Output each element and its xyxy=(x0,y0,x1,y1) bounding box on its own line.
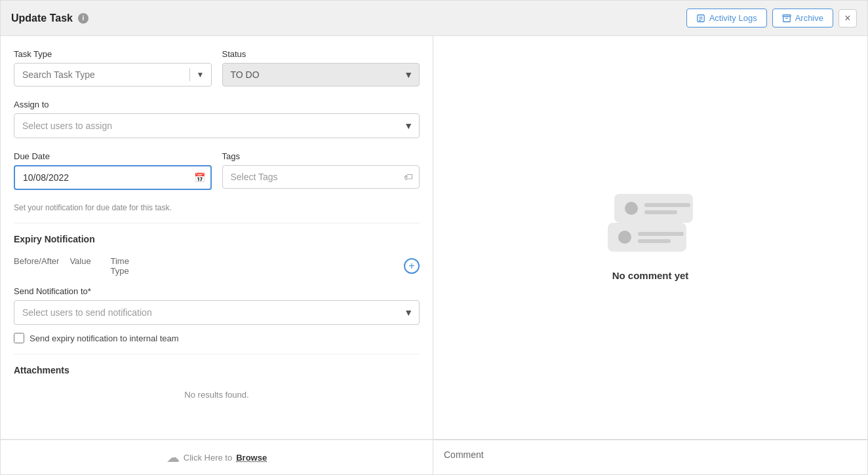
due-date-label: Due Date xyxy=(14,151,212,161)
checkbox-label: Send expiry notification to internal tea… xyxy=(30,333,179,343)
calendar-icon[interactable]: 📅 xyxy=(194,172,205,183)
status-wrapper: TO DO ▼ xyxy=(222,63,420,86)
no-comment-text: No comment yet xyxy=(612,270,689,281)
svg-rect-5 xyxy=(783,14,791,16)
modal-header: Update Task i Activity Logs Archiv xyxy=(1,1,867,36)
divider-1 xyxy=(14,223,420,223)
status-group: Status TO DO ▼ xyxy=(222,49,420,86)
due-date-input[interactable] xyxy=(14,165,212,190)
left-panel: Task Type ▼ Status TO DO ▼ xyxy=(1,36,433,439)
expiry-header: Expiry Notification xyxy=(14,234,420,251)
comment-section: Comment xyxy=(433,440,867,474)
send-notification-field[interactable]: Select users to send notification xyxy=(14,300,420,325)
assign-wrapper: Select users to assign ▼ xyxy=(14,113,420,138)
modal-container: Update Task i Activity Logs Archiv xyxy=(0,0,868,475)
time-type-label: Time Type xyxy=(111,256,141,276)
expiry-columns: Before/After Value Time Type xyxy=(14,256,141,276)
comment-label: Comment xyxy=(444,449,484,460)
activity-logs-icon xyxy=(696,14,705,23)
task-type-label: Task Type xyxy=(14,49,212,59)
status-field[interactable]: TO DO xyxy=(222,63,420,86)
close-button[interactable]: × xyxy=(838,9,857,28)
comment-lines-2 xyxy=(638,232,684,243)
comment-card-1 xyxy=(614,194,693,223)
header-actions: Activity Logs Archive × xyxy=(686,9,857,28)
due-date-group: Due Date 📅 xyxy=(14,151,212,190)
comment-lines-1 xyxy=(644,203,690,214)
upload-area[interactable]: ☁ Click Here to Browse xyxy=(1,440,433,474)
task-type-chevron-icon[interactable]: ▼ xyxy=(190,70,211,79)
task-type-group: Task Type ▼ xyxy=(14,49,212,86)
plus-icon: + xyxy=(408,260,414,272)
send-notification-wrapper: Select users to send notification ▼ xyxy=(14,300,420,325)
comment-illustration xyxy=(608,194,693,259)
info-icon[interactable]: i xyxy=(78,13,89,24)
modal-title-text: Update Task xyxy=(11,12,73,24)
comment-line-short-2 xyxy=(638,239,671,243)
tag-icon[interactable]: 🏷 xyxy=(404,172,413,182)
assign-label: Assign to xyxy=(14,100,420,109)
modal-footer: ☁ Click Here to Browse Comment xyxy=(1,439,867,474)
comment-card-2 xyxy=(608,223,686,252)
send-notification-label: Send Notification to* xyxy=(14,286,420,296)
checkbox-row: Send expiry notification to internal tea… xyxy=(14,333,420,343)
task-type-wrapper[interactable]: ▼ xyxy=(14,63,212,86)
comment-line-short-1 xyxy=(644,210,677,214)
activity-logs-button[interactable]: Activity Logs xyxy=(686,9,767,28)
archive-button[interactable]: Archive xyxy=(772,9,833,28)
divider-2 xyxy=(14,354,420,354)
close-icon: × xyxy=(844,12,850,24)
avatar-2 xyxy=(618,231,631,244)
assign-field[interactable]: Select users to assign xyxy=(14,113,420,138)
expiry-row: Before/After Value Time Type + xyxy=(14,256,420,276)
upload-text: Click Here to xyxy=(184,453,232,463)
right-panel: No comment yet xyxy=(433,36,867,439)
svg-rect-4 xyxy=(783,16,790,22)
browse-link[interactable]: Browse xyxy=(236,453,267,463)
archive-icon xyxy=(782,14,791,23)
no-results-text: No results found. xyxy=(14,382,420,408)
upload-icon: ☁ xyxy=(167,449,180,465)
tags-field[interactable]: Select Tags xyxy=(222,165,420,189)
add-expiry-button[interactable]: + xyxy=(404,258,420,274)
tags-wrapper: Select Tags 🏷 xyxy=(222,165,420,189)
avatar-1 xyxy=(625,202,638,215)
value-label: Value xyxy=(69,256,100,276)
assign-group: Assign to Select users to assign ▼ xyxy=(14,100,420,138)
task-type-status-row: Task Type ▼ Status TO DO ▼ xyxy=(14,49,420,86)
due-date-tags-row: Due Date 📅 Tags Select Tags 🏷 xyxy=(14,151,420,190)
no-comment-area: No comment yet xyxy=(446,49,854,426)
before-after-label: Before/After xyxy=(14,256,59,276)
status-label: Status xyxy=(222,49,420,59)
comment-line-long-1 xyxy=(644,203,690,207)
modal-body: Task Type ▼ Status TO DO ▼ xyxy=(1,36,867,439)
date-wrapper: 📅 xyxy=(14,165,212,190)
expiry-notification-checkbox[interactable] xyxy=(14,333,24,343)
modal-title-area: Update Task i xyxy=(11,12,89,24)
expiry-notification-label: Expiry Notification xyxy=(14,234,95,244)
tags-label: Tags xyxy=(222,151,420,161)
tags-group: Tags Select Tags 🏷 xyxy=(222,151,420,190)
task-type-input[interactable] xyxy=(14,64,189,86)
comment-line-long-2 xyxy=(638,232,684,236)
send-notification-section: Send Notification to* Select users to se… xyxy=(14,286,420,325)
attachments-title: Attachments xyxy=(14,365,420,375)
notification-hint: Set your notification for due date for t… xyxy=(14,203,420,212)
